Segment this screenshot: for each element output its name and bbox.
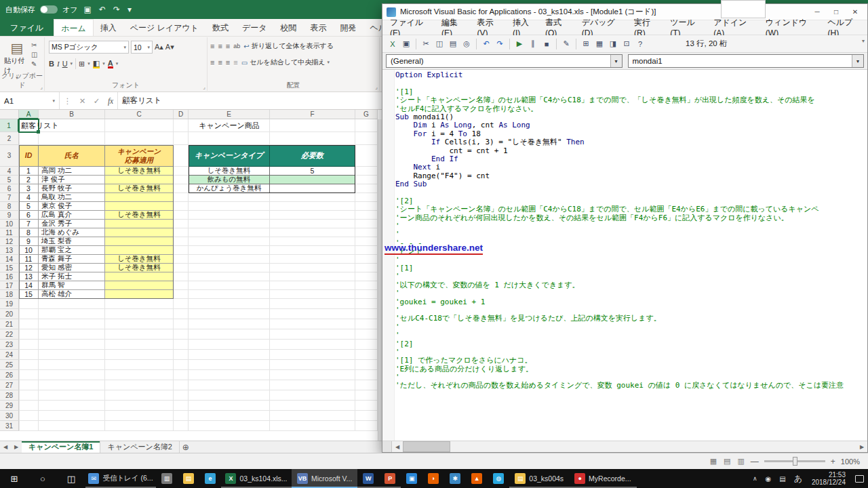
cell-B11[interactable]: 北海 めぐみ	[39, 228, 105, 237]
code-line-38[interactable]: 'ただし、それぞれの商品の数を数え始めるタイミングで、変数 goukei の値は…	[395, 382, 867, 390]
row-header-11[interactable]: 11	[0, 228, 19, 237]
code-line-10[interactable]: cnt = cnt + 1	[395, 147, 867, 155]
cell-E6[interactable]: かんぴょう巻き無料	[189, 184, 270, 193]
code-line-17[interactable]: 'シート「キャンペーン名簿」のセル範囲「C4からC18」までの間で、セル範囲「E…	[395, 205, 867, 214]
add-sheet-icon[interactable]: ⊕	[180, 441, 192, 453]
cell-C18[interactable]	[105, 290, 174, 299]
name-box[interactable]: A1▾	[0, 92, 60, 109]
undo-icon[interactable]: ↶	[98, 5, 107, 14]
row-header-5[interactable]: 5	[0, 176, 19, 184]
row-header-14[interactable]: 14	[0, 255, 19, 264]
row-header-29[interactable]: 29	[0, 401, 19, 411]
row-header-9[interactable]: 9	[0, 211, 19, 220]
code-line-11[interactable]: End If	[395, 155, 867, 163]
ribbon-tab-5[interactable]: データ	[235, 19, 274, 36]
font-dialog-launcher-icon[interactable]: ⌟	[203, 84, 205, 90]
cell-A15[interactable]: 12	[19, 264, 39, 272]
cell-B4[interactable]: 高岡 功二	[39, 167, 105, 176]
column-header-D[interactable]: D	[174, 110, 189, 119]
cell-A9[interactable]: 6	[19, 211, 39, 220]
sheet-tab-1[interactable]: キャンペーン名簿1	[22, 441, 100, 453]
column-header-F[interactable]: F	[270, 110, 355, 119]
code-line-23[interactable]: '	[395, 256, 867, 264]
cell-C6[interactable]: しそ巻き無料	[105, 184, 174, 193]
firefox-button[interactable]: ◗	[422, 469, 444, 488]
autosave-toggle[interactable]	[40, 5, 58, 14]
cell-A14[interactable]: 11	[19, 255, 39, 264]
ribbon-tab-file[interactable]: ファイル	[0, 19, 54, 36]
select-all-corner[interactable]	[0, 110, 19, 119]
cell-B6[interactable]: 長野 牧子	[39, 184, 105, 193]
align-center-icon[interactable]: ≡	[218, 58, 222, 66]
cell-F6[interactable]	[270, 184, 355, 193]
cell-E4[interactable]: しそ巻き無料	[189, 167, 270, 176]
tray-chevron-icon[interactable]: ∧	[749, 469, 762, 488]
row-header-15[interactable]: 15	[0, 264, 19, 272]
ribbon-tab-4[interactable]: 数式	[205, 19, 235, 36]
save-icon[interactable]: ▣	[400, 38, 412, 50]
align-bottom-icon[interactable]: ≡	[226, 42, 230, 50]
copy-icon[interactable]: ◫	[433, 38, 446, 50]
cell-A8[interactable]: 5	[19, 202, 39, 211]
clipboard-dialog-launcher-icon[interactable]: ⌟	[40, 84, 43, 90]
ribbon-tab-9[interactable]: ヘルプ	[363, 19, 383, 36]
project-explorer-icon[interactable]: ⊞	[580, 38, 592, 50]
procedure-select[interactable]: mondai1▾	[628, 54, 865, 68]
cell-C9[interactable]: しそ巻き無料	[105, 211, 174, 220]
row-header-21[interactable]: 21	[0, 319, 19, 329]
row-header-6[interactable]: 6	[0, 184, 19, 193]
cell-C16[interactable]	[105, 272, 174, 281]
code-line-13[interactable]: Range("F4") = cnt	[395, 172, 867, 180]
code-editor[interactable]: Option Explicit'[1]'シート「キャンペーン名簿」のセル範囲「C…	[382, 69, 867, 441]
cell-F5[interactable]	[270, 176, 355, 184]
align-right-icon[interactable]: ≡	[226, 58, 230, 66]
cell-B5[interactable]: 津 俊子	[39, 176, 105, 184]
font-name-select[interactable]: MS Pゴシック▾	[49, 41, 129, 54]
zoom-in-button[interactable]: +	[831, 457, 835, 466]
horizontal-scrollbar[interactable]: ◀ ▶	[382, 441, 867, 452]
object-browser-icon[interactable]: ◨	[607, 38, 619, 50]
help-icon[interactable]: ?	[634, 38, 646, 50]
vba-taskbar-button[interactable]: VBMicrosoft V...	[292, 469, 357, 488]
cell-A4[interactable]: 1	[19, 167, 39, 176]
row-header-24[interactable]: 24	[0, 350, 19, 360]
code-line-12[interactable]: Next i	[395, 163, 867, 171]
align-left-icon[interactable]: ≡	[210, 58, 214, 66]
cell-B12[interactable]: 埼玉 梨香	[39, 237, 105, 246]
code-line-9[interactable]: If Cells(i, 3) = "しそ巻き無料" Then	[395, 138, 867, 146]
redo-icon[interactable]: ↷	[112, 5, 121, 14]
insert-function-icon[interactable]: fx	[108, 97, 113, 105]
column-header-E[interactable]: E	[189, 110, 270, 119]
code-line-27[interactable]: '	[395, 289, 867, 298]
fill-color-button[interactable]: ◧	[93, 60, 100, 68]
cell-C4[interactable]: しそ巻き無料	[105, 167, 174, 176]
vlc-button[interactable]: ▲	[466, 469, 488, 488]
row-header-12[interactable]: 12	[0, 237, 19, 246]
code-line-4[interactable]: 'シート「キャンペーン名簿」のセル範囲「C4からC18」までの間で、「しそ巻き無…	[395, 96, 867, 104]
toolbar-overflow-icon[interactable]: ▾	[862, 38, 865, 44]
edge-button[interactable]: e	[199, 469, 221, 488]
code-line-25[interactable]: '	[395, 272, 867, 281]
paste-icon[interactable]: ▤	[447, 38, 459, 50]
font-color-button[interactable]: A	[108, 60, 113, 68]
bold-button[interactable]: B	[49, 60, 54, 68]
redo-icon[interactable]: ↷	[494, 38, 506, 50]
row-header-3[interactable]: 3	[0, 145, 19, 167]
save-icon[interactable]: ▣	[83, 5, 93, 14]
ribbon-tab-1[interactable]: ホーム	[54, 19, 94, 36]
object-select[interactable]: (General)▾	[386, 54, 623, 68]
ribbon-tab-8[interactable]: 開発	[334, 19, 363, 36]
enter-icon[interactable]: ✓	[94, 96, 100, 106]
cell-B16[interactable]: 米子 拓士	[39, 272, 105, 281]
task-view-button[interactable]: ◫	[57, 469, 85, 488]
cell-A11[interactable]: 8	[19, 228, 39, 237]
code-line-31[interactable]: '	[395, 323, 867, 331]
code-line-20[interactable]: '	[395, 230, 867, 239]
decrease-font-icon[interactable]: A▾	[165, 43, 174, 52]
row-header-17[interactable]: 17	[0, 281, 19, 290]
undo-icon[interactable]: ↶	[480, 38, 492, 50]
code-line-32[interactable]: '	[395, 331, 867, 340]
code-line-24[interactable]: '[1]	[395, 264, 867, 272]
scroll-right-icon[interactable]: ▶	[856, 441, 867, 452]
cell-A16[interactable]: 13	[19, 272, 39, 281]
